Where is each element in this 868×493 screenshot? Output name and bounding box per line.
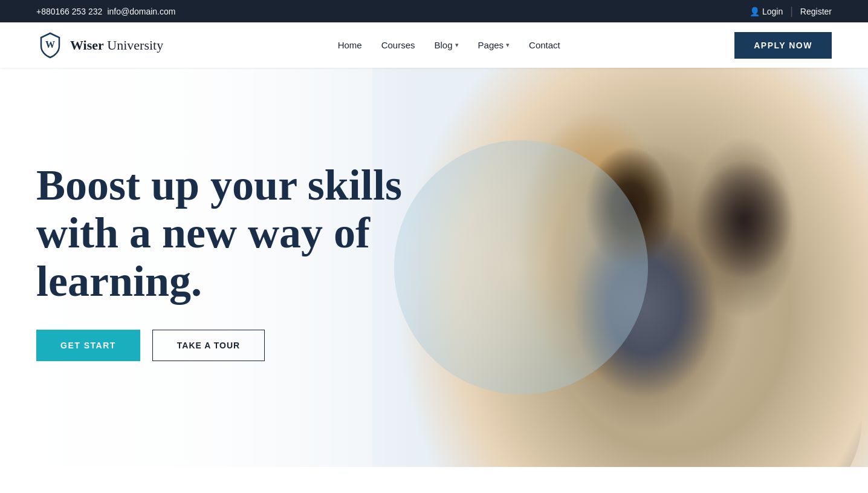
nav-blog[interactable]: Blog ▾ (435, 40, 459, 50)
auth-separator: | (790, 5, 793, 18)
take-tour-button[interactable]: TAKE A TOUR (152, 330, 265, 361)
login-link[interactable]: 👤Login (750, 7, 783, 16)
apply-now-button[interactable]: APPLY NOW (734, 32, 832, 59)
blog-chevron-icon: ▾ (455, 41, 459, 49)
nav-pages[interactable]: Pages ▾ (478, 40, 510, 50)
header: W Wiser University Home Courses Blog ▾ P… (0, 22, 868, 68)
pages-chevron-icon: ▾ (506, 41, 510, 49)
phone-number: +880166 253 232 (36, 7, 102, 16)
main-nav: Home Courses Blog ▾ Pages ▾ Contact (338, 40, 560, 50)
hero-buttons: GET START TAKE A TOUR (36, 330, 447, 361)
hero-title: Boost up your skills with a new way of l… (36, 162, 447, 305)
hero-content: Boost up your skills with a new way of l… (36, 68, 447, 467)
get-start-button[interactable]: GET START (36, 330, 140, 361)
logo-text: Wiser University (70, 38, 163, 53)
user-icon: 👤 (750, 7, 760, 16)
svg-text:W: W (45, 39, 55, 50)
nav-home[interactable]: Home (338, 40, 362, 50)
logo-icon: W (36, 31, 64, 59)
nav-contact[interactable]: Contact (529, 40, 560, 50)
nav-courses[interactable]: Courses (381, 40, 415, 50)
register-link[interactable]: Register (800, 7, 832, 16)
email-address: info@domain.com (107, 7, 175, 16)
auth-links: 👤Login | Register (750, 5, 832, 18)
contact-info: +880166 253 232 info@domain.com (36, 7, 175, 16)
hero-section: Boost up your skills with a new way of l… (0, 68, 868, 467)
logo[interactable]: W Wiser University (36, 31, 163, 59)
top-bar: +880166 253 232 info@domain.com 👤Login |… (0, 0, 868, 22)
